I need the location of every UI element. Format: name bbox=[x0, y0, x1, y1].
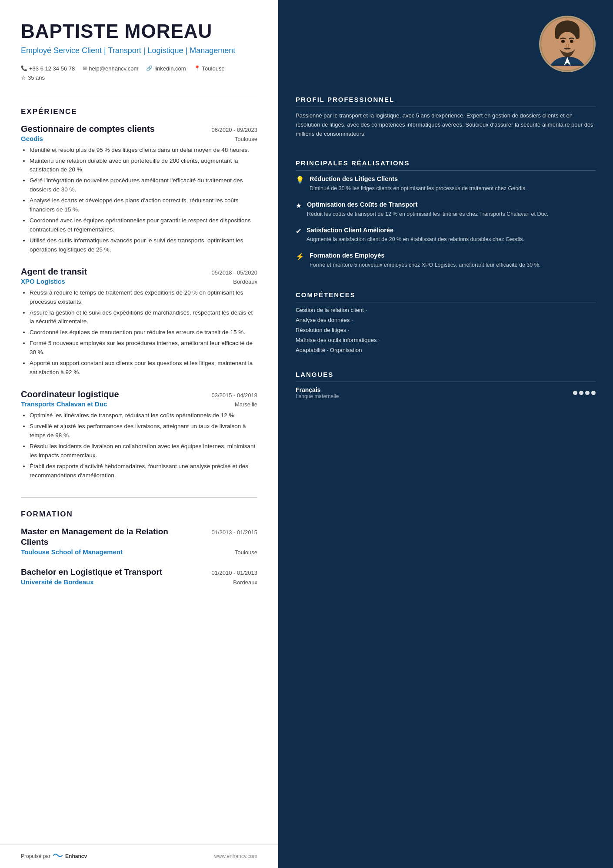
achievement-icon-3: ✔ bbox=[296, 227, 301, 235]
age: 35 ans bbox=[28, 74, 45, 81]
bullet-2-2: Assuré la gestion et le suivi des expédi… bbox=[30, 308, 257, 327]
bullet-2-4: Formé 5 nouveaux employés sur les procéd… bbox=[30, 339, 257, 357]
achievement-content-2: Optimisation des Coûts de Transport Rédu… bbox=[307, 201, 548, 218]
edu-school-1: Toulouse School of Management bbox=[21, 548, 123, 556]
phone-number: +33 6 12 34 56 78 bbox=[29, 65, 75, 72]
competences-section: COMPÉTENCES Gestion de la relation clien… bbox=[278, 282, 613, 362]
realisations-section: PRINCIPALES RÉALISATIONS 💡 Réduction des… bbox=[278, 151, 613, 282]
lang-dot-4 bbox=[591, 391, 596, 395]
job-header-2: Agent de transit 05/2018 - 05/2020 bbox=[21, 267, 257, 277]
edu-location-2: Bordeaux bbox=[233, 579, 257, 586]
bullet-3-3: Résolu les incidents de livraison en col… bbox=[30, 442, 257, 460]
skill-1: Gestion de la relation client · bbox=[296, 307, 596, 313]
footer-logo: Propulsé par Enhancv bbox=[21, 852, 87, 860]
job-title-2: Agent de transit bbox=[21, 267, 87, 277]
job-title-1: Gestionnaire de comptes clients bbox=[21, 124, 155, 134]
job-location-2: Bordeaux bbox=[233, 278, 257, 285]
svg-point-4 bbox=[556, 41, 560, 47]
phone-icon: 📞 bbox=[21, 65, 27, 71]
job-dates-1: 06/2020 - 09/2023 bbox=[211, 127, 257, 133]
achievement-content-4: Formation des Employés Formé et mentoré … bbox=[310, 251, 540, 269]
svg-point-7 bbox=[570, 40, 573, 43]
edu-dates-2: 01/2010 - 01/2013 bbox=[211, 570, 257, 576]
age-row: ☆ 35 ans bbox=[21, 74, 257, 81]
right-header bbox=[278, 0, 613, 87]
city: Toulouse bbox=[202, 65, 225, 72]
edu-school-row-1: Toulouse School of Management Toulouse bbox=[21, 548, 257, 556]
job-block-1: Gestionnaire de comptes clients 06/2020 … bbox=[21, 124, 257, 255]
skill-2: Analyse des données · bbox=[296, 317, 596, 323]
bullet-2-1: Réussi à réduire le temps de traitement … bbox=[30, 288, 257, 307]
profil-section: PROFIL PROFESSIONNEL Passionné par le tr… bbox=[278, 87, 613, 151]
achievement-desc-3: Augmenté la satisfaction client de 20 % … bbox=[306, 235, 524, 244]
job-bullets-3: Optimisé les itinéraires de transport, r… bbox=[21, 411, 257, 480]
bullet-1-3: Géré l'intégration de nouvelles procédur… bbox=[30, 176, 257, 194]
skill-4: Maîtrise des outils informatiques · bbox=[296, 337, 596, 343]
location-icon: 📍 bbox=[194, 65, 200, 71]
job-company-3: Transports Chalavan et Duc bbox=[21, 400, 107, 408]
achievement-3: ✔ Satisfaction Client Améliorée Augmenté… bbox=[296, 226, 596, 244]
competences-title: COMPÉTENCES bbox=[296, 291, 596, 302]
job-dates-2: 05/2018 - 05/2020 bbox=[211, 269, 257, 276]
avatar bbox=[539, 16, 596, 72]
edu-header-1: Master en Management de la Relation Clie… bbox=[21, 526, 257, 547]
lang-level-1: Langue maternelle bbox=[296, 393, 339, 399]
skill-5: Adaptabilité · Organisation bbox=[296, 347, 596, 353]
email-address: help@enhancv.com bbox=[89, 65, 138, 72]
lang-item-1: Français Langue maternelle bbox=[296, 386, 596, 399]
edu-degree-2: Bachelor en Logistique et Transport bbox=[21, 567, 162, 577]
realisations-title: PRINCIPALES RÉALISATIONS bbox=[296, 159, 596, 171]
lang-dot-1 bbox=[573, 391, 577, 395]
achievement-desc-1: Diminué de 30 % les litiges clients en o… bbox=[310, 184, 527, 193]
job-header-3: Coordinateur logistique 03/2015 - 04/201… bbox=[21, 389, 257, 399]
achievement-title-4: Formation des Employés bbox=[310, 251, 540, 260]
experience-section: EXPÉRIENCE Gestionnaire de comptes clien… bbox=[0, 95, 278, 498]
phone-item: 📞 +33 6 12 34 56 78 bbox=[21, 65, 75, 72]
lang-left-1: Français Langue maternelle bbox=[296, 386, 339, 399]
langues-section: LANGUES Français Langue maternelle bbox=[278, 362, 613, 408]
powered-by-text: Propulsé par bbox=[21, 853, 50, 859]
profil-title: PROFIL PROFESSIONNEL bbox=[296, 96, 596, 107]
langues-title: LANGUES bbox=[296, 371, 596, 382]
job-header-1: Gestionnaire de comptes clients 06/2020 … bbox=[21, 124, 257, 134]
achievement-desc-4: Formé et mentoré 5 nouveaux employés che… bbox=[310, 261, 540, 269]
star-icon: ☆ bbox=[21, 74, 26, 81]
lang-dot-2 bbox=[579, 391, 583, 395]
bullet-1-6: Utilisé des outils informatiques avancés… bbox=[30, 236, 257, 255]
enhancv-icon bbox=[53, 852, 63, 860]
right-column: PROFIL PROFESSIONNEL Passionné par le tr… bbox=[278, 0, 613, 868]
bullet-1-5: Coordonné avec les équipes opérationnell… bbox=[30, 216, 257, 235]
linkedin-url: linkedin.com bbox=[154, 65, 186, 72]
achievement-title-2: Optimisation des Coûts de Transport bbox=[307, 201, 548, 209]
achievement-2: ★ Optimisation des Coûts de Transport Ré… bbox=[296, 201, 596, 218]
edu-block-1: Master en Management de la Relation Clie… bbox=[21, 526, 257, 556]
header-section: BAPTISTE MOREAU Employé Service Client |… bbox=[0, 0, 278, 95]
contact-row: 📞 +33 6 12 34 56 78 ✉ help@enhancv.com 🔗… bbox=[21, 65, 257, 72]
achievement-4: ⚡ Formation des Employés Formé et mentor… bbox=[296, 251, 596, 269]
edu-block-2: Bachelor en Logistique et Transport 01/2… bbox=[21, 567, 257, 586]
job-company-row-3: Transports Chalavan et Duc Marseille bbox=[21, 400, 257, 408]
email-icon: ✉ bbox=[83, 65, 87, 71]
bullet-1-4: Analysé les écarts et développé des plan… bbox=[30, 196, 257, 214]
bullet-2-5: Apporté un support constant aux clients … bbox=[30, 359, 257, 377]
job-title-3: Coordinateur logistique bbox=[21, 389, 119, 399]
job-location-3: Marseille bbox=[235, 401, 257, 408]
lang-dot-3 bbox=[585, 391, 590, 395]
linkedin-icon: 🔗 bbox=[146, 65, 153, 71]
edu-location-1: Toulouse bbox=[235, 549, 257, 556]
lang-name-1: Français bbox=[296, 386, 339, 393]
experience-title: EXPÉRIENCE bbox=[21, 107, 257, 116]
job-location-1: Toulouse bbox=[235, 136, 257, 142]
job-dates-3: 03/2015 - 04/2018 bbox=[211, 392, 257, 399]
skill-3: Résolution de litiges · bbox=[296, 327, 596, 333]
left-column: BAPTISTE MOREAU Employé Service Client |… bbox=[0, 0, 278, 868]
achievement-1: 💡 Réduction des Litiges Clients Diminué … bbox=[296, 175, 596, 193]
bullet-3-2: Surveillé et ajusté les performances des… bbox=[30, 422, 257, 440]
bullet-1-2: Maintenu une relation durable avec un po… bbox=[30, 157, 257, 175]
bullet-1-1: Identifié et résolu plus de 95 % des lit… bbox=[30, 146, 257, 155]
job-block-2: Agent de transit 05/2018 - 05/2020 XPO L… bbox=[21, 267, 257, 377]
edu-dates-1: 01/2013 - 01/2015 bbox=[211, 529, 257, 536]
city-item: 📍 Toulouse bbox=[194, 65, 225, 72]
bullet-3-4: Établi des rapports d'activité hebdomada… bbox=[30, 462, 257, 480]
edu-school-row-2: Université de Bordeaux Bordeaux bbox=[21, 578, 257, 586]
